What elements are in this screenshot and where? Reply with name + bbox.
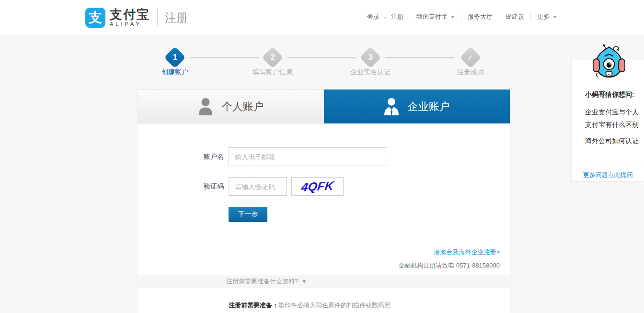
tab-enterprise-account[interactable]: 企业账户	[324, 89, 510, 123]
account-name-label: 账户名	[147, 153, 224, 161]
captcha-image[interactable]: 4QFK	[291, 177, 344, 196]
nav-my-alipay[interactable]: 我的支付宝	[416, 12, 455, 21]
captcha-characters: 4QFK	[300, 179, 334, 194]
prep-note-label: 注册前需要准备：	[229, 302, 278, 309]
step-connector	[288, 57, 356, 58]
help-question-1[interactable]: 企业支付宝与个人 支付宝有什么区别	[585, 106, 639, 131]
step-1-label: 创建账户	[137, 68, 213, 77]
page-title: 注册	[165, 10, 188, 25]
check-icon: ✓	[467, 53, 473, 62]
next-step-button[interactable]: 下一步	[229, 207, 267, 222]
person-icon	[198, 98, 213, 116]
chevron-down-icon	[553, 16, 557, 18]
help-title: 小蚂哥猜你想问:	[585, 90, 634, 99]
register-panel: 个人账户 企业账户 账户名 验证码 4QFK 下一步	[138, 89, 510, 313]
account-email-input[interactable]	[229, 147, 387, 166]
enterprise-register-form: 账户名 验证码 4QFK 下一步 港澳台及海外企业注册> 金融机构注册请致电 0…	[138, 123, 510, 313]
tab-enterprise-label: 企业账户	[408, 100, 450, 114]
mascot-icon	[593, 44, 625, 81]
prep-note-text: 影印件必须为彩色原件的扫描件或数码照	[278, 302, 391, 309]
prep-note: 注册前需要准备：影印件必须为彩色原件的扫描件或数码照	[229, 301, 391, 310]
alipay-logo-icon: 支	[85, 8, 105, 28]
help-divider	[572, 165, 644, 165]
step-2-label: 填写账户信息	[234, 68, 311, 77]
help-question-1-line2: 支付宝有什么区别	[585, 118, 639, 131]
finance-phone-note: 金融机构注册请致电 0571-88158090	[398, 261, 500, 270]
nav-suggest[interactable]: 提建议	[506, 12, 524, 21]
nav-service-hall[interactable]: 服务大厅	[468, 12, 493, 21]
nav-my-alipay-label: 我的支付宝	[416, 12, 448, 21]
step-1-number: 1	[173, 53, 177, 62]
nav-more[interactable]: 更多	[537, 12, 557, 21]
help-question-1-line1: 企业支付宝与个人	[585, 106, 639, 118]
overseas-register-link[interactable]: 港澳台及海外企业注册>	[434, 248, 500, 257]
captcha-label: 验证码	[147, 182, 224, 191]
step-connector	[385, 57, 454, 58]
step-connector	[190, 57, 259, 58]
nav-separator	[410, 13, 410, 20]
accordion-question: 注册前需要准备什么资料?	[226, 277, 298, 286]
help-question-2[interactable]: 海外公司如何认证	[585, 137, 639, 145]
alipay-logo[interactable]: 支 支付宝 ALIPAY 注册	[85, 7, 188, 28]
logo-divider	[157, 9, 158, 26]
nav-login[interactable]: 登录	[367, 12, 380, 21]
brand-text: 支付宝 ALIPAY	[110, 8, 150, 27]
nav-register[interactable]: 注册	[391, 12, 403, 21]
nav-more-label: 更多	[537, 12, 550, 21]
top-nav: 登录 - 注册 我的支付宝 服务大厅 提建议 更多	[367, 12, 557, 21]
brand-name: 支付宝	[110, 8, 150, 21]
step-3-label: 企业实名认证	[332, 68, 409, 77]
prep-materials-accordion[interactable]: 注册前需要准备什么资料?	[138, 275, 510, 288]
more-questions-link[interactable]: 更多问题点此提问	[572, 171, 644, 179]
nav-separator	[530, 13, 531, 20]
nav-separator	[461, 13, 461, 20]
business-person-icon	[384, 98, 399, 116]
step-3-number: 3	[368, 53, 373, 62]
account-type-tabs: 个人账户 企业账户	[138, 89, 510, 123]
chevron-down-icon	[302, 280, 306, 283]
captcha-input[interactable]	[229, 177, 287, 196]
alipay-register-page: 支 支付宝 ALIPAY 注册 登录 - 注册 我的支付宝 服务大厅 提建议 更…	[0, 0, 644, 313]
tab-personal-account[interactable]: 个人账户	[138, 89, 324, 123]
top-header: 支 支付宝 ALIPAY 注册 登录 - 注册 我的支付宝 服务大厅 提建议 更…	[0, 0, 644, 35]
step-2-number: 2	[271, 53, 275, 62]
nav-separator	[499, 13, 499, 20]
chevron-down-icon	[451, 16, 455, 18]
brand-name-latin: ALIPAY	[110, 21, 150, 27]
nav-dash: -	[384, 13, 386, 21]
tab-personal-label: 个人账户	[222, 100, 264, 114]
step-4-label: 注册成功	[432, 68, 509, 77]
